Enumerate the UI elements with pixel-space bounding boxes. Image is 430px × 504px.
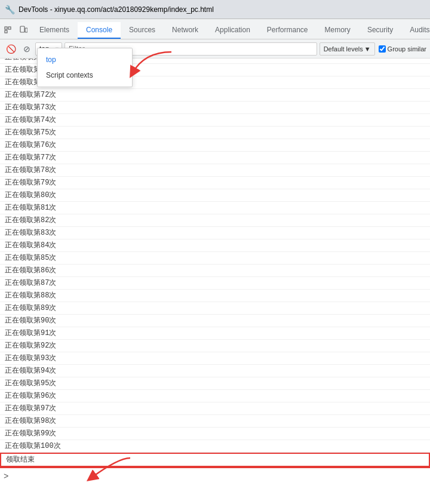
group-similar-checkbox[interactable] (379, 45, 386, 53)
device-icon (19, 26, 27, 34)
console-line: 正在领取第98次 (0, 415, 430, 428)
console-line: 正在领取第96次 (0, 390, 430, 402)
chevron-down-icon: ▼ (364, 45, 371, 53)
console-line: 正在领取第77次 (0, 152, 430, 164)
title-bar-text: DevTools - xinyue.qq.com/act/a20180929ke… (19, 5, 214, 14)
context-popup-item-script-contexts[interactable]: Script contexts (38, 67, 132, 83)
svg-rect-3 (20, 26, 24, 32)
toolbar-right: Default levels ▼ Group similar (320, 42, 426, 56)
console-line: 正在领取第92次 (0, 340, 430, 352)
tab-performance[interactable]: Performance (259, 22, 317, 39)
group-similar-label[interactable]: Group similar (379, 45, 426, 53)
console-output: 正在领取第64次正在领取第65次正在领取第66次正在领取第67次正在领取第68次… (0, 59, 430, 467)
svg-rect-1 (8, 27, 11, 29)
tab-network[interactable]: Network (164, 22, 207, 39)
console-line: 正在领取第75次 (0, 127, 430, 139)
console-line: 正在领取第76次 (0, 139, 430, 152)
devtools-icon: 🔧 (5, 5, 15, 14)
console-line: 正在领取第85次 (0, 252, 430, 265)
preserve-log-button[interactable]: ⊘ (21, 43, 33, 55)
console-line: 正在领取第82次 (0, 214, 430, 227)
console-line: 正在领取第79次 (0, 177, 430, 189)
console-line: 正在领取第73次 (0, 102, 430, 114)
console-line: 正在领取第72次 (0, 89, 430, 102)
context-popup: top Script contexts (37, 48, 133, 87)
console-line: 正在领取第83次 (0, 227, 430, 239)
default-levels-button[interactable]: Default levels ▼ (320, 42, 375, 56)
inspect-icon (4, 26, 12, 34)
svg-rect-4 (25, 28, 27, 32)
console-line: 正在领取第88次 (0, 290, 430, 302)
console-line: 正在领取第89次 (0, 302, 430, 315)
console-line: 正在领取第99次 (0, 428, 430, 440)
tab-sources[interactable]: Sources (121, 22, 164, 39)
console-prompt: > (4, 471, 8, 483)
tab-security[interactable]: Security (359, 22, 401, 39)
svg-rect-2 (5, 30, 7, 33)
console-line: 正在领取第95次 (0, 377, 430, 390)
tab-console[interactable]: Console (78, 22, 121, 39)
console-line: 正在领取第81次 (0, 202, 430, 214)
tab-bar: Elements Console Sources Network Applica… (0, 19, 430, 39)
console-line: 正在领取第97次 (0, 402, 430, 415)
context-popup-item-top[interactable]: top (38, 52, 132, 67)
console-line: 正在领取第86次 (0, 265, 430, 277)
console-line: 领取结束 (0, 453, 430, 467)
console-line: 正在领取第100次 (0, 440, 430, 453)
console-line: 正在领取第74次 (0, 114, 430, 127)
console-line: 正在领取第87次 (0, 277, 430, 290)
console-line: 正在领取第93次 (0, 352, 430, 365)
console-line: 正在领取第94次 (0, 365, 430, 377)
console-input[interactable] (11, 471, 426, 483)
console-line: 正在领取第91次 (0, 327, 430, 340)
console-input-bar: > (0, 467, 430, 504)
clear-console-button[interactable]: 🚫 (4, 43, 19, 55)
console-line: 正在领取第90次 (0, 315, 430, 327)
tab-memory[interactable]: Memory (317, 22, 359, 39)
console-line: 正在领取第84次 (0, 239, 430, 252)
tab-audits[interactable]: Audits (401, 22, 430, 39)
title-bar: 🔧 DevTools - xinyue.qq.com/act/a20180929… (0, 0, 430, 19)
tab-icon-toggle-btn[interactable] (16, 22, 31, 39)
console-line: 正在领取第78次 (0, 164, 430, 177)
tab-elements[interactable]: Elements (31, 22, 78, 39)
console-line: 正在领取第80次 (0, 189, 430, 202)
tab-application[interactable]: Application (207, 22, 259, 39)
tab-icon-elements-btn[interactable] (0, 22, 16, 39)
svg-rect-0 (5, 27, 7, 29)
